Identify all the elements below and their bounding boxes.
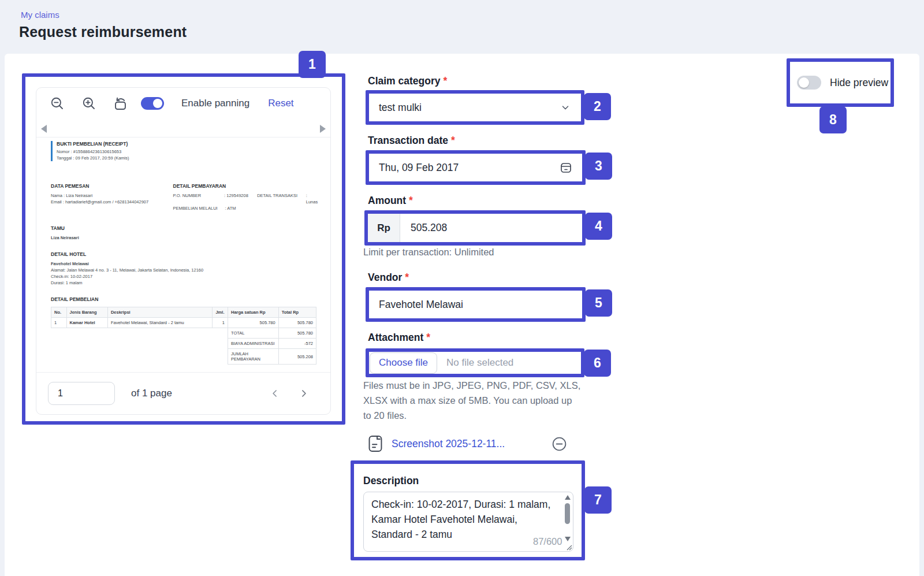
previous-page-button[interactable]: [268, 387, 282, 400]
page-number-input[interactable]: [48, 382, 115, 405]
col-no: No.: [51, 307, 67, 318]
enable-panning-toggle[interactable]: [141, 97, 164, 110]
horizontal-scrollbar[interactable]: [36, 119, 330, 138]
summary-value: 505.780: [278, 328, 316, 339]
no-file-selected-text: No file selected: [446, 357, 513, 369]
transaction-date-value: Thu, 09 Feb 2017: [379, 162, 459, 174]
amount-value: 505.208: [400, 222, 447, 234]
annotation-badge-7: 7: [584, 486, 612, 514]
zoom-in-button[interactable]: [81, 96, 96, 112]
claim-category-select[interactable]: test mulki: [369, 94, 581, 121]
attachment-file-input: Choose file No file selected: [369, 352, 581, 374]
vendor-label: Vendor*: [368, 272, 409, 284]
pembelian-melalui-value: : ATM: [225, 205, 259, 211]
summary-row: JUMLAH PEMBAYARAN 505.208: [51, 349, 316, 365]
summary-row: TOTAL 505.780: [51, 328, 316, 339]
textarea-scrollbar[interactable]: [564, 494, 572, 549]
currency-prefix: Rp: [368, 214, 400, 242]
summary-label: TOTAL: [228, 328, 278, 339]
resize-handle-icon[interactable]: [565, 544, 572, 551]
preview-pagination: of 1 page: [36, 372, 330, 414]
amount-input[interactable]: Rp 505.208: [368, 214, 582, 242]
claim-category-value: test mulki: [379, 102, 422, 114]
detail-hotel-title: DETAIL HOTEL: [51, 251, 320, 257]
transaction-date-input[interactable]: Thu, 09 Feb 2017: [369, 154, 582, 181]
detail-transaksi-label: DETAIL TRANSAKSI: [257, 192, 306, 205]
receipt-detail-pembelian: DETAIL PEMBELIAN No. Jenis Barang Deskri…: [51, 296, 320, 365]
preview-toolbar: Enable panning Reset: [36, 88, 330, 119]
chevron-left-icon: [269, 388, 281, 399]
hide-preview-label: Hide preview: [830, 77, 888, 89]
file-icon: [367, 434, 384, 453]
attached-file-link[interactable]: Screenshot 2025-12-11...: [392, 438, 505, 450]
annotation-badge-3: 3: [585, 153, 612, 180]
po-number-value: : 129549208: [224, 192, 257, 205]
col-jenis: Jenis Barang: [66, 307, 107, 318]
required-asterisk: *: [405, 272, 409, 283]
hotel-durasi: Durasi: 1 malam: [51, 280, 320, 286]
scroll-left-arrow-icon[interactable]: [41, 125, 47, 133]
data-pemesan-nama: Nama : Liza Neirasari: [51, 192, 173, 199]
scroll-right-arrow-icon[interactable]: [320, 125, 326, 133]
choose-file-button[interactable]: Choose file: [370, 352, 437, 374]
claim-category-label: Claim category*: [368, 75, 447, 87]
pembelian-melalui-label: PEMBELIAN MELALUI: [173, 205, 225, 211]
minus-circle-icon: [551, 436, 568, 452]
data-pemesan-title: DATA PEMESAN: [51, 183, 173, 189]
summary-label: JUMLAH PEMBAYARAN: [228, 349, 278, 365]
toggle-knob: [153, 99, 162, 108]
tamu-guest: Liza Neirasari: [51, 235, 320, 241]
enable-panning-label: Enable panning: [181, 98, 249, 109]
receipt-tamu: TAMU Liza Neirasari: [51, 225, 320, 241]
character-counter: 87/600: [533, 536, 562, 547]
required-asterisk: *: [426, 332, 430, 343]
summary-label: BIAYA ADMINISTRASI: [228, 339, 278, 349]
receipt-title: BUKTI PEMBELIAN (RECEIPT): [57, 141, 320, 147]
required-asterisk: *: [443, 75, 447, 87]
scrollbar-down-icon[interactable]: [565, 537, 571, 541]
receipt-document: BUKTI PEMBELIAN (RECEIPT) Nomor : #15588…: [51, 141, 320, 365]
zoom-out-button[interactable]: [49, 96, 65, 112]
detail-pembelian-title: DETAIL PEMBELIAN: [51, 296, 320, 302]
rotate-icon: [113, 96, 128, 112]
chevron-down-icon: [560, 102, 571, 113]
breadcrumb[interactable]: My claims: [21, 10, 59, 20]
remove-file-button[interactable]: [551, 436, 568, 452]
cell-deskripsi: Favehotel Melawai, Standard - 2 tamu: [107, 318, 213, 328]
cell-jenis: Kamar Hotel: [66, 318, 107, 328]
description-label: Description: [363, 475, 419, 487]
amount-label: Amount*: [368, 195, 413, 207]
tamu-title: TAMU: [51, 225, 320, 231]
scrollbar-up-icon[interactable]: [565, 495, 571, 500]
data-pemesan-email: Email : hartadiarief@gmail.com / +628134…: [51, 199, 173, 205]
col-deskripsi: Deskripsi: [107, 307, 213, 318]
receipt-nomor: Nomor : #1558864236130615653: [57, 148, 320, 155]
page-count-label: of 1 page: [131, 388, 172, 399]
attached-file-row: Screenshot 2025-12-11...: [367, 434, 569, 454]
detail-transaksi-value: : Lunas: [306, 192, 320, 205]
required-asterisk: *: [409, 195, 413, 206]
scrollbar-thumb[interactable]: [565, 503, 570, 524]
cell-total: 505.780: [278, 318, 316, 328]
toggle-knob: [799, 77, 809, 88]
summary-value: -572: [278, 339, 316, 349]
receipt-document-viewport[interactable]: BUKTI PEMBELIAN (RECEIPT) Nomor : #15588…: [36, 138, 330, 372]
cell-jml: 1: [213, 318, 228, 328]
receipt-header: BUKTI PEMBELIAN (RECEIPT) Nomor : #15588…: [51, 141, 320, 161]
hide-preview-toggle[interactable]: [797, 76, 821, 90]
zoom-in-icon: [81, 96, 96, 111]
attachment-hint-text: Files must be in JPG, JPEG, PNG, PDF, CS…: [363, 378, 582, 423]
zoom-out-icon: [50, 96, 65, 111]
description-text: Check-in: 10-02-2017, Durasi: 1 malam, K…: [371, 497, 560, 542]
chevron-right-icon: [298, 388, 310, 399]
next-page-button[interactable]: [297, 387, 311, 400]
reset-link[interactable]: Reset: [268, 98, 293, 109]
annotation-badge-5: 5: [585, 289, 612, 317]
col-jml: Jml.: [213, 307, 228, 318]
annotation-badge-4: 4: [585, 213, 612, 240]
receipt-tanggal: Tanggal : 09 Feb 2017, 20:59 (Kamis): [57, 155, 320, 161]
vendor-input[interactable]: Favehotel Melawai: [369, 291, 582, 318]
calendar-icon[interactable]: [559, 161, 573, 174]
rotate-button[interactable]: [113, 96, 128, 112]
table-row: 1 Kamar Hotel Favehotel Melawai, Standar…: [51, 318, 316, 328]
